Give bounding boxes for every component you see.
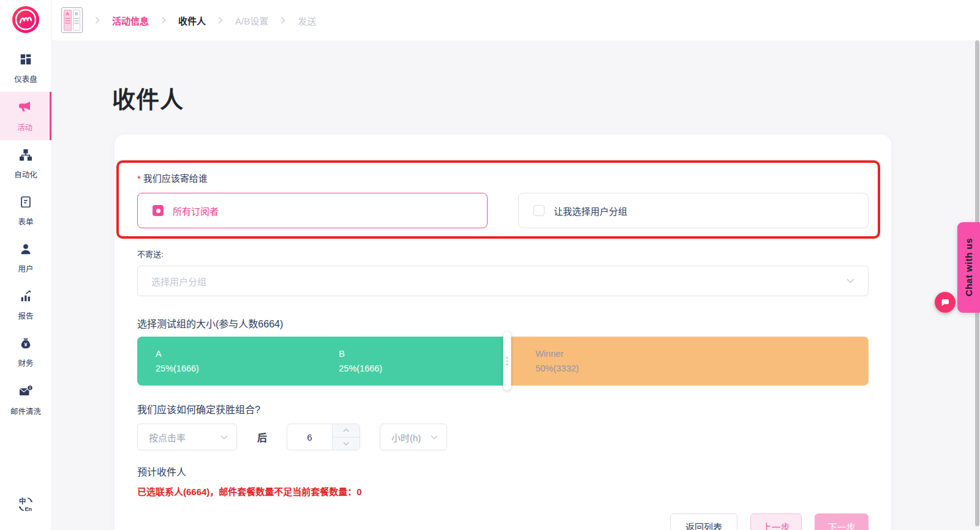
sidebar-item-label: 邮件清洗 <box>10 405 41 417</box>
winner-question: 我们应该如何确定获胜组合? <box>137 401 869 416</box>
required-asterisk: * <box>137 173 141 184</box>
svg-text:En: En <box>24 506 32 512</box>
option-choose-segments[interactable]: 让我选择用户分组 <box>518 193 869 228</box>
chevron-right-icon <box>218 17 223 24</box>
sidebar-item-label: 财务 <box>18 357 33 368</box>
chevron-down-icon <box>431 435 438 439</box>
sidebar-item-automation[interactable]: 自动化 <box>0 140 51 187</box>
segment-a-label: A 25%(1666) <box>156 347 199 375</box>
svg-text:¥: ¥ <box>24 342 28 348</box>
sidebar-item-dashboard[interactable]: 仪表盘 <box>0 45 51 92</box>
winner-metric-select[interactable]: 按点击率 <box>137 424 237 450</box>
sidebar-item-finance[interactable]: ¥ 财务 <box>0 329 51 376</box>
sidebar-item-campaigns[interactable]: 活动 <box>0 92 51 140</box>
recipients-card: *我们应该寄给谁 所有订阅者 让我选择用户分组 不寄送: 选择用户分组 选择测试… <box>115 135 891 530</box>
sidebar-item-label: 用户 <box>18 263 33 274</box>
chat-tab-label: Chat with us <box>963 238 974 296</box>
duration-input[interactable] <box>287 424 332 450</box>
segment-select-placeholder: 选择用户分组 <box>151 275 206 288</box>
chat-bubble-button[interactable] <box>935 292 956 313</box>
send-to-question: *我们应该寄给谁 <box>137 171 869 184</box>
language-toggle[interactable]: 中 En <box>0 496 51 530</box>
breadcrumb-step-recipients[interactable]: 收件人 <box>178 14 206 27</box>
duration-unit-select[interactable]: 小时(h) <box>380 424 447 450</box>
chat-with-us-tab[interactable]: Chat with us <box>957 222 980 313</box>
user-icon <box>19 242 32 258</box>
sitemap-icon <box>19 148 32 164</box>
ab-test-campaign-icon: A B <box>61 7 83 33</box>
envelope-info-icon: i <box>18 384 33 401</box>
brand-logo-icon <box>12 6 40 34</box>
main-content: 收件人 *我们应该寄给谁 所有订阅者 让我选择用户分组 不寄送: 选择用户分组 … <box>52 40 980 530</box>
checkbox-checked-icon[interactable] <box>153 205 164 216</box>
checkbox-unchecked-icon[interactable] <box>533 205 545 216</box>
chevron-right-icon <box>281 17 285 24</box>
option-label: 所有订阅者 <box>173 204 219 217</box>
option-all-subscribers[interactable]: 所有订阅者 <box>137 193 488 228</box>
breadcrumb-step-campaign-info[interactable]: 活动信息 <box>112 14 149 27</box>
sidebar-item-label: 表单 <box>18 215 33 227</box>
svg-text:i: i <box>29 386 31 390</box>
breadcrumb: A B 活动信息 收件人 A/B设置 发送 <box>61 0 316 40</box>
segment-b-label: B 25%(1666) <box>339 347 382 375</box>
breadcrumb-step-send: 发送 <box>298 14 316 27</box>
quota-warning-text: 已选联系人(6664)，邮件套餐数量不足当前套餐数量：0 <box>137 485 869 498</box>
chevron-right-icon <box>161 17 166 24</box>
sidebar: 仪表盘 活动 自动化 表单 用户 报告 ¥ 财务 <box>0 0 52 530</box>
money-bag-icon: ¥ <box>19 337 32 353</box>
dashboard-icon <box>19 53 32 69</box>
segment-select[interactable]: 选择用户分组 <box>137 266 869 296</box>
page-title: 收件人 <box>112 81 184 114</box>
chevron-right-icon <box>95 17 100 24</box>
after-label: 后 <box>257 430 267 444</box>
back-to-list-button[interactable]: 返回列表 <box>670 513 737 530</box>
sidebar-item-label: 仪表盘 <box>14 73 37 84</box>
chart-icon <box>19 289 32 305</box>
sidebar-item-forms[interactable]: 表单 <box>0 187 51 234</box>
duration-stepper <box>287 424 360 450</box>
estimated-recipients-label: 预计收件人 <box>137 464 869 479</box>
language-icon: 中 En <box>17 496 34 513</box>
svg-text:中: 中 <box>19 497 26 505</box>
sidebar-item-label: 自动化 <box>14 168 37 180</box>
stepper-down-button[interactable] <box>333 438 360 450</box>
exclude-label: 不寄送: <box>137 248 869 259</box>
sidebar-item-users[interactable]: 用户 <box>0 234 51 282</box>
option-label: 让我选择用户分组 <box>554 204 627 217</box>
test-group-size-label: 选择测试组的大小(参与人数6664) <box>137 316 869 330</box>
segment-a-b: A 25%(1666) B 25%(1666) <box>137 337 507 386</box>
sidebar-item-label: 报告 <box>18 310 33 321</box>
next-step-button[interactable]: 下一步 <box>815 513 869 530</box>
chat-bubble-icon <box>940 297 950 307</box>
chevron-down-icon <box>221 435 228 439</box>
form-icon <box>19 195 32 211</box>
breadcrumb-step-ab-settings: A/B设置 <box>235 14 268 27</box>
previous-step-button[interactable]: 上一步 <box>750 513 802 530</box>
segment-winner: Winner 50%(3332) <box>507 337 869 386</box>
size-drag-handle[interactable] <box>503 332 511 390</box>
chevron-down-icon <box>846 278 854 283</box>
sidebar-item-label: 活动 <box>17 121 32 133</box>
app-logo[interactable] <box>12 6 40 36</box>
test-group-size-bar: A 25%(1666) B 25%(1666) Winner 50%(3332) <box>137 337 869 386</box>
sidebar-item-email-cleaning[interactable]: i 邮件清洗 <box>0 376 51 424</box>
stepper-up-button[interactable] <box>333 424 360 438</box>
megaphone-icon <box>18 100 32 117</box>
sidebar-item-reports[interactable]: 报告 <box>0 282 51 329</box>
